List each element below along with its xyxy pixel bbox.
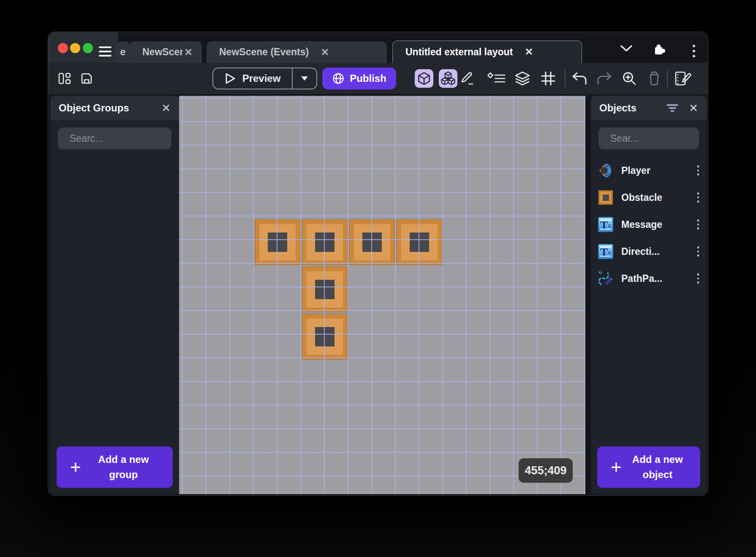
publish-label: Publish	[350, 73, 386, 84]
cubes-instances-toggle-icon[interactable]	[439, 69, 457, 88]
preview-dropdown-arrow[interactable]	[293, 68, 316, 89]
plus-icon: +	[70, 460, 81, 474]
objects-list: Player Obstacle Tx Message	[591, 157, 707, 292]
path-paint-icon	[598, 270, 614, 287]
toolbar: Preview Publish	[48, 63, 708, 94]
gdevelop-window: e NewScene ✕ NewScene (Events) ✕ Untitle…	[48, 32, 708, 496]
chevron-down-icon[interactable]	[619, 43, 634, 53]
object-menu-icon[interactable]	[695, 190, 702, 205]
close-tab-icon[interactable]: ✕	[184, 47, 193, 57]
objects-search[interactable]	[598, 127, 699, 149]
object-groups-header: Object Groups ✕	[50, 96, 179, 120]
close-tab-icon[interactable]: ✕	[525, 47, 533, 57]
object-row-directions[interactable]: Tx Directi...	[591, 238, 707, 265]
tab-newscene-events[interactable]: NewScene (Events) ✕	[207, 41, 387, 63]
obstacle-instance[interactable]	[255, 219, 300, 265]
add-new-object-label: Add a new object	[622, 452, 700, 482]
tab-strip: e NewScene ✕ NewScene (Events) ✕ Untitle…	[48, 32, 708, 63]
add-new-object-button[interactable]: + Add a new object	[597, 446, 700, 488]
maximize-window-button[interactable]	[83, 43, 93, 53]
tab-newscene[interactable]: NewScene ✕	[130, 41, 202, 63]
obstacle-instance[interactable]	[349, 219, 395, 265]
objects-panel: Objects ✕	[591, 96, 707, 494]
instances-layer	[179, 96, 585, 494]
cursor-coordinates-badge: 455;409	[519, 458, 573, 483]
objects-empty-area	[591, 292, 707, 446]
add-new-group-label: Add a new group	[81, 452, 173, 482]
publish-button[interactable]: Publish	[322, 68, 396, 89]
preview-button[interactable]: Preview	[212, 68, 317, 89]
layers-icon[interactable]	[514, 71, 531, 86]
objects-title: Objects	[599, 102, 666, 114]
main-area: Object Groups ✕ + Add a new group 455;40…	[48, 94, 708, 496]
close-window-button[interactable]	[58, 43, 68, 53]
grid-icon[interactable]	[540, 70, 556, 87]
divider	[565, 70, 566, 87]
minimize-window-button[interactable]	[70, 43, 80, 53]
object-row-pathpaint[interactable]: PathPa...	[591, 265, 707, 292]
text-object-icon: Tx	[598, 216, 614, 233]
filter-icon[interactable]	[666, 103, 679, 113]
trash-icon[interactable]	[647, 70, 662, 87]
text-object-icon: Tx	[598, 243, 614, 260]
zoom-in-icon[interactable]	[621, 70, 637, 87]
obstacle-icon	[598, 189, 614, 205]
objects-header: Objects ✕	[591, 96, 707, 120]
divider	[667, 70, 668, 87]
close-icon[interactable]: ✕	[689, 103, 698, 114]
close-icon[interactable]: ✕	[161, 103, 171, 114]
object-groups-empty-area	[50, 157, 179, 446]
object-groups-panel: Object Groups ✕ + Add a new group	[50, 96, 179, 494]
tab-untitled-external-layout[interactable]: Untitled external layout ✕	[392, 41, 582, 63]
search-input[interactable]	[610, 133, 708, 144]
undo-icon[interactable]	[571, 71, 588, 86]
tab-partial[interactable]: e	[116, 41, 130, 63]
layout-panels-icon[interactable]	[57, 71, 72, 86]
redo-icon[interactable]	[596, 71, 613, 86]
object-row-message[interactable]: Tx Message	[591, 211, 707, 238]
object-menu-icon[interactable]	[695, 271, 702, 286]
object-row-obstacle[interactable]: Obstacle	[591, 184, 707, 211]
object-menu-icon[interactable]	[695, 244, 702, 259]
pencil-edit-icon[interactable]	[459, 70, 475, 87]
obstacle-instance[interactable]	[302, 219, 348, 265]
obstacle-instance[interactable]	[302, 267, 348, 312]
object-name: Obstacle	[621, 192, 695, 203]
object-name: PathPa...	[621, 273, 695, 284]
search-input[interactable]	[70, 133, 195, 144]
preview-main[interactable]: Preview	[213, 68, 292, 89]
add-new-group-button[interactable]: + Add a new group	[57, 446, 173, 488]
titlebar-left-block	[48, 32, 118, 63]
tab-label: Untitled external layout	[393, 46, 523, 58]
cube-objects-toggle-icon[interactable]	[415, 69, 433, 88]
object-groups-search[interactable]	[58, 127, 171, 149]
puzzle-extension-icon[interactable]	[651, 41, 668, 58]
obstacle-instance[interactable]	[397, 219, 442, 265]
kebab-menu-icon[interactable]	[690, 42, 698, 60]
preview-label: Preview	[242, 73, 281, 84]
edit-scene-icon[interactable]	[674, 70, 693, 87]
object-groups-title: Object Groups	[59, 102, 161, 114]
object-name: Directi...	[621, 246, 695, 257]
save-icon[interactable]	[79, 71, 94, 86]
object-name: Player	[621, 165, 695, 176]
object-row-player[interactable]: Player	[591, 157, 707, 184]
object-menu-icon[interactable]	[695, 217, 702, 232]
player-icon	[598, 162, 614, 178]
plus-icon: +	[611, 460, 622, 474]
close-tab-icon[interactable]: ✕	[321, 47, 329, 57]
globe-icon	[332, 72, 345, 85]
hamburger-menu-icon[interactable]	[99, 46, 111, 57]
tab-label: NewScene (Events)	[207, 46, 319, 58]
object-name: Message	[621, 219, 695, 230]
scene-canvas[interactable]: 455;409	[179, 96, 585, 494]
tab-partial-label: e	[120, 46, 126, 58]
instructions-list-icon[interactable]	[487, 71, 506, 86]
play-icon	[225, 73, 236, 84]
object-menu-icon[interactable]	[695, 163, 702, 178]
obstacle-instance[interactable]	[302, 314, 348, 360]
tab-label: NewScene	[130, 46, 182, 58]
